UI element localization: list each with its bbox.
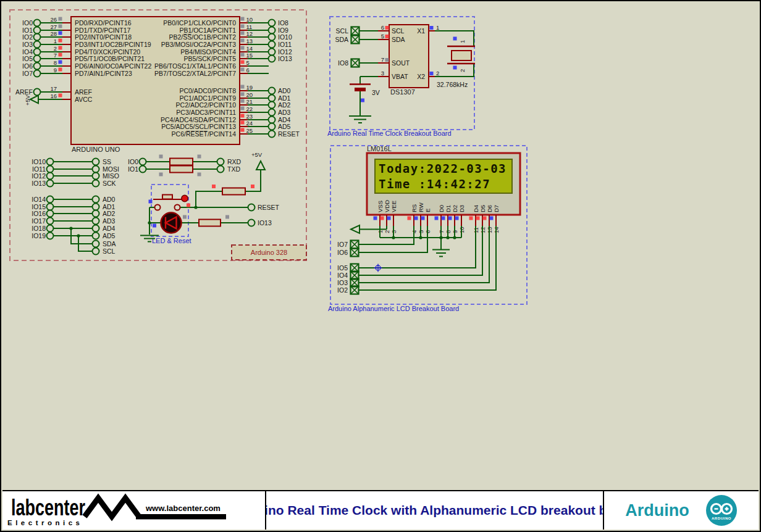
led-body[interactable] <box>161 213 182 233</box>
pin-name: PD5/T1/OC0B/PCINT21 <box>75 55 145 62</box>
terminal[interactable] <box>140 159 146 165</box>
terminal-label: IO3 <box>22 41 33 48</box>
terminal[interactable] <box>47 225 54 232</box>
terminal[interactable] <box>93 225 99 232</box>
terminal[interactable] <box>47 180 54 187</box>
state-square <box>241 39 245 43</box>
terminal[interactable] <box>269 41 275 48</box>
io-terminals-left[interactable] <box>34 20 41 96</box>
backup-battery[interactable]: 3V <box>350 85 380 102</box>
terminal-label: AD0 <box>103 196 116 203</box>
resistor-rx[interactable] <box>170 159 193 165</box>
button-indicator[interactable] <box>182 195 188 201</box>
terminal[interactable] <box>47 204 54 210</box>
terminal[interactable] <box>269 34 275 41</box>
terminal[interactable] <box>93 196 99 203</box>
terminal[interactable] <box>248 220 255 227</box>
terminal[interactable] <box>47 233 54 239</box>
terminal[interactable] <box>47 166 54 173</box>
terminal[interactable] <box>34 70 41 77</box>
state-square <box>241 60 245 64</box>
terminal[interactable] <box>269 27 275 34</box>
resistor-led[interactable] <box>199 220 221 227</box>
terminal-label: SDA <box>335 36 348 43</box>
terminal[interactable] <box>269 95 275 102</box>
lm016l-lcd[interactable]: Today:2022-03-03 Time :14:42:27 VSS VDD … <box>367 153 520 215</box>
terminal[interactable] <box>93 180 99 187</box>
pin-number: 19 <box>246 84 253 91</box>
state-square <box>483 217 487 220</box>
adc-terminal-rows[interactable]: IO14 IO15 IO16 IO17 IO18 IO19 AD0 AD1 AD… <box>32 196 116 255</box>
terminal[interactable] <box>269 102 275 109</box>
subcircuit-caption: Arduino Alphanumeric LCD Breakout Board <box>328 305 459 312</box>
terminal[interactable] <box>269 20 275 27</box>
terminal[interactable] <box>217 159 224 165</box>
state-square <box>435 217 439 220</box>
terminal[interactable] <box>93 218 99 225</box>
terminal-label: AD2 <box>103 210 116 217</box>
terminal[interactable] <box>269 123 275 130</box>
resistor-reset-pullup[interactable] <box>222 188 245 195</box>
pin-number: 8 <box>54 59 57 66</box>
io-terminals-right[interactable] <box>269 20 275 138</box>
button-contact[interactable] <box>155 205 161 210</box>
lcd-terminals[interactable]: IO7 IO6 IO5 IO4 IO3 IO2 <box>337 241 358 294</box>
terminal[interactable] <box>217 166 224 173</box>
terminal[interactable] <box>93 204 99 210</box>
terminal[interactable] <box>34 20 41 27</box>
terminal[interactable] <box>47 196 54 203</box>
spi-terminal-rows[interactable]: IO10 IO11 IO12 IO13 SS MOSI MISO SCK <box>32 158 119 187</box>
subcircuit-caption-box[interactable]: Arduino 328 <box>232 245 306 260</box>
rtc-terminals[interactable]: SCL SDA IO8 <box>335 27 359 67</box>
state-square <box>159 173 163 177</box>
terminal[interactable] <box>47 159 54 165</box>
terminal[interactable] <box>269 56 275 62</box>
ds1307-chip[interactable]: DS1307 SCL SDA SOUT VBAT X1 X2 <box>389 25 429 96</box>
terminal[interactable] <box>47 218 54 225</box>
terminal[interactable] <box>34 89 41 96</box>
terminal[interactable] <box>269 131 275 138</box>
pin-name: SCL <box>392 27 405 35</box>
button-contact[interactable] <box>175 205 180 210</box>
terminal[interactable] <box>269 88 275 94</box>
pin-number: 23 <box>246 113 253 120</box>
terminal[interactable] <box>248 204 255 211</box>
led[interactable] <box>161 213 182 233</box>
terminal[interactable] <box>269 49 275 56</box>
pin-number: 1 <box>436 24 439 31</box>
terminal[interactable] <box>34 27 41 34</box>
terminal[interactable] <box>34 34 41 41</box>
crystal-body[interactable] <box>452 51 471 60</box>
terminal[interactable] <box>93 248 99 255</box>
website-url[interactable]: www.labcenter.com <box>145 504 221 513</box>
terminal[interactable] <box>93 166 99 173</box>
atmega328-chip[interactable]: ARDUINO UNO PD0/RXD/PCINT16 PD1/TXD/PCIN… <box>71 17 240 153</box>
terminal[interactable] <box>34 41 41 48</box>
terminal[interactable] <box>93 173 99 180</box>
terminal[interactable] <box>269 117 275 123</box>
button-cap[interactable] <box>162 195 172 199</box>
state-square <box>476 217 480 220</box>
terminal[interactable] <box>269 109 275 116</box>
terminal[interactable] <box>34 63 41 70</box>
terminal[interactable] <box>140 166 146 173</box>
resistor-tx[interactable] <box>170 166 193 173</box>
pin-number: 1 <box>459 40 466 43</box>
terminal[interactable] <box>93 210 99 217</box>
terminal[interactable] <box>47 210 54 217</box>
terminal-label: SS <box>103 158 111 165</box>
pin-name: X1 <box>417 27 425 35</box>
subcircuit-name: Arduino 328 <box>251 249 287 256</box>
terminal[interactable] <box>93 241 99 247</box>
terminal[interactable] <box>93 233 99 239</box>
crystal-32khz[interactable]: 1 2 32.768kHz <box>437 37 475 88</box>
terminal[interactable] <box>34 56 41 62</box>
terminal[interactable] <box>47 173 54 180</box>
ground-symbol <box>349 116 371 123</box>
terminal[interactable] <box>93 159 99 165</box>
arduino-logo-icon: ARDUINO <box>705 494 738 526</box>
terminal-label: SCK <box>103 180 116 187</box>
part-reference: LM016L <box>367 145 392 152</box>
terminal[interactable] <box>34 49 41 56</box>
state-square <box>421 217 425 220</box>
